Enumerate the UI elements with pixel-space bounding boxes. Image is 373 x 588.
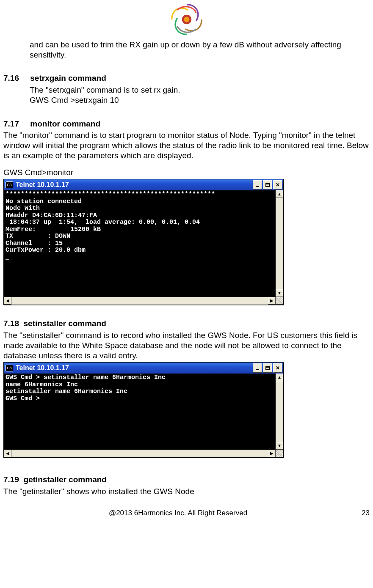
heading-7-18: 7.18 setinstaller command	[3, 319, 370, 329]
terminal-output[interactable]: ****************************************…	[4, 190, 276, 297]
maximize-button[interactable]	[263, 180, 272, 190]
heading-number: 7.18	[3, 319, 19, 328]
window-title: Telnet 10.10.1.17	[16, 364, 252, 372]
page-number: 23	[353, 508, 370, 517]
horizontal-scrollbar[interactable]: ◀ ▶	[4, 297, 283, 305]
cmd-icon: C:\	[6, 181, 13, 188]
body-7-18: The "setinstaller" command is to record …	[3, 330, 370, 360]
logo	[3, 0, 370, 40]
scroll-down-icon[interactable]: ▼	[276, 289, 283, 297]
maximize-button[interactable]	[263, 363, 272, 373]
titlebar[interactable]: C:\ Telnet 10.10.1.17	[4, 363, 283, 374]
resize-grip[interactable]	[276, 297, 283, 305]
cmd-7-17: GWS Cmd>monitor	[3, 168, 370, 178]
svg-point-1	[184, 17, 189, 22]
body-7-16: The "setrxgain" command is to set rx gai…	[30, 85, 370, 95]
close-button[interactable]	[273, 363, 282, 373]
copyright: @2013 6Harmonics Inc. All Right Reserved	[3, 508, 353, 517]
heading-title: setrxgain command	[30, 74, 106, 82]
heading-7-19: 7.19 getinstaller command	[3, 475, 370, 485]
scroll-down-icon[interactable]: ▼	[276, 442, 283, 450]
scroll-right-icon[interactable]: ▶	[268, 297, 276, 305]
heading-title: getinstaller command	[24, 475, 107, 484]
heading-7-17: 7.17 monitor command	[3, 119, 370, 129]
heading-number: 7.17	[3, 119, 28, 129]
heading-number: 7.16	[3, 73, 28, 83]
terminal-output[interactable]: GWS Cmd > setinstaller name 6Harmonics I…	[4, 374, 276, 450]
cmd-7-16: GWS Cmd >setrxgain 10	[30, 95, 370, 105]
heading-title: setinstaller command	[24, 319, 106, 328]
telnet-window-setinstaller: C:\ Telnet 10.10.1.17 GWS Cmd > setinsta…	[3, 362, 284, 458]
body-7-17: The "monitor" command is to start progra…	[3, 130, 370, 160]
cmd-icon: C:\	[6, 365, 13, 371]
heading-number: 7.19	[3, 475, 19, 484]
body-7-19: The "getinstaller" shows who installed t…	[3, 486, 370, 497]
heading-title: monitor command	[30, 119, 100, 128]
page-footer: @2013 6Harmonics Inc. All Right Reserved…	[3, 508, 370, 517]
minimize-button[interactable]	[253, 363, 262, 373]
scroll-left-icon[interactable]: ◀	[4, 450, 11, 457]
scroll-up-icon[interactable]: ▲	[276, 374, 283, 381]
scroll-right-icon[interactable]: ▶	[268, 450, 276, 457]
telnet-window-monitor: C:\ Telnet 10.10.1.17 ******************…	[3, 179, 284, 305]
heading-7-16: 7.16 setrxgain command	[3, 73, 370, 83]
titlebar[interactable]: C:\ Telnet 10.10.1.17	[4, 179, 283, 190]
window-title: Telnet 10.10.1.17	[16, 181, 252, 189]
scroll-up-icon[interactable]: ▲	[276, 190, 283, 198]
vertical-scrollbar[interactable]: ▲ ▼	[276, 190, 283, 297]
close-button[interactable]	[273, 180, 282, 190]
continued-paragraph: and can be used to trim the RX gain up o…	[30, 40, 348, 60]
minimize-button[interactable]	[253, 180, 262, 190]
resize-grip[interactable]	[276, 450, 283, 457]
horizontal-scrollbar[interactable]: ◀ ▶	[4, 450, 283, 457]
scroll-left-icon[interactable]: ◀	[4, 297, 11, 305]
vertical-scrollbar[interactable]: ▲ ▼	[276, 374, 283, 450]
